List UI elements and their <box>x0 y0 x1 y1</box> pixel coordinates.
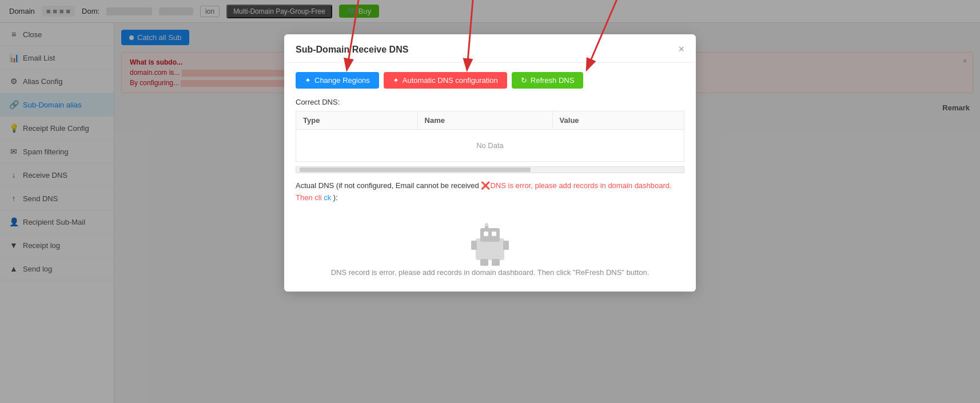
col-type: Type <box>296 111 418 130</box>
empty-state-icon <box>464 222 516 268</box>
svg-point-9 <box>485 223 488 226</box>
svg-rect-2 <box>484 232 488 236</box>
modal-dialog: Sub-Domain Receive DNS × ✦ Change Region… <box>284 34 696 292</box>
actual-dns-section: Actual DNS (if not configured, Email can… <box>296 180 684 204</box>
auto-dns-button[interactable]: ✦ Automatic DNS configuration <box>384 72 507 89</box>
modal-body: ✦ Change Regions ✦ Automatic DNS configu… <box>284 63 696 292</box>
change-regions-button[interactable]: ✦ Change Regions <box>296 72 379 89</box>
scroll-thumb[interactable] <box>300 167 531 172</box>
click-link[interactable]: ck <box>324 193 331 202</box>
dns-table-header-row: Type Name Value <box>296 111 684 130</box>
refresh-dns-button[interactable]: ↻ Refresh DNS <box>512 72 584 89</box>
action-buttons-row: ✦ Change Regions ✦ Automatic DNS configu… <box>296 72 684 89</box>
col-value: Value <box>552 111 684 130</box>
modal-header: Sub-Domain Receive DNS × <box>284 34 696 63</box>
svg-rect-6 <box>480 259 488 266</box>
dns-table-body: No Data <box>296 130 684 162</box>
svg-rect-1 <box>480 228 500 242</box>
refresh-icon: ↻ <box>521 76 527 85</box>
empty-state-text: DNS record is error, please add records … <box>331 268 650 277</box>
modal-overlay[interactable]: Sub-Domain Receive DNS × ✦ Change Region… <box>0 0 980 403</box>
settings-icon: ✦ <box>305 76 311 85</box>
svg-rect-7 <box>492 259 500 266</box>
empty-state: DNS record is error, please add records … <box>296 211 684 282</box>
dns-table: Type Name Value No Data <box>296 111 684 162</box>
correct-dns-label: Correct DNS: <box>296 98 684 106</box>
svg-rect-5 <box>503 241 509 250</box>
modal-close-button[interactable]: × <box>678 43 684 55</box>
dns-table-head: Type Name Value <box>296 111 684 130</box>
svg-rect-4 <box>471 241 477 250</box>
col-name: Name <box>417 111 552 130</box>
auto-icon: ✦ <box>393 76 399 85</box>
svg-rect-3 <box>492 232 496 236</box>
modal-title: Sub-Domain Receive DNS <box>296 45 408 55</box>
dns-table-no-data: No Data <box>296 130 684 162</box>
horizontal-scrollbar[interactable] <box>296 166 684 173</box>
